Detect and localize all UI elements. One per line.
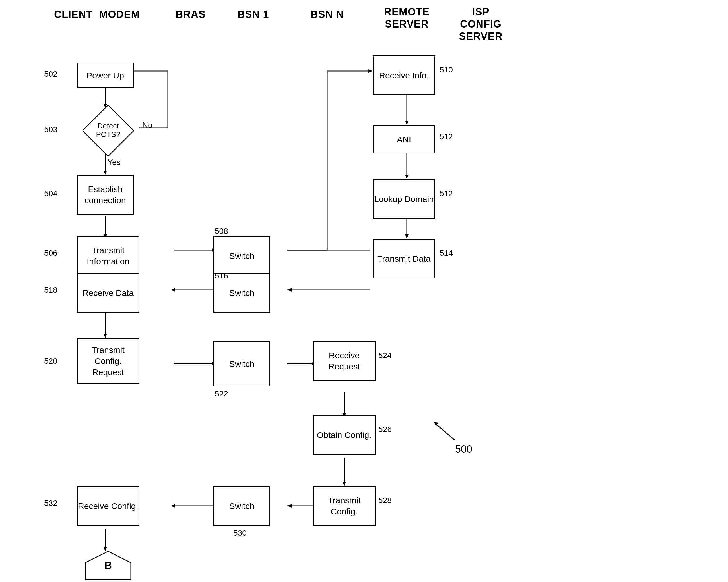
ref-514: 514 (440, 249, 453, 258)
switch-530-box: Switch (213, 486, 270, 526)
svg-marker-28 (104, 334, 107, 338)
ref-504: 504 (44, 189, 57, 198)
terminal-b: B (85, 551, 131, 582)
svg-marker-17 (405, 121, 409, 125)
obtain-config-box: Obtain Config. (313, 415, 375, 455)
svg-marker-21 (405, 234, 409, 239)
establish-connection-box: Establish connection (77, 175, 134, 215)
ref-508: 508 (215, 227, 228, 236)
svg-marker-42 (104, 547, 107, 551)
svg-marker-38 (287, 504, 292, 507)
transmit-data-box: Transmit Data (373, 239, 435, 278)
no-label: No (142, 121, 153, 130)
ref-500: 500 (455, 443, 472, 455)
power-up-box: Power Up (77, 62, 134, 88)
svg-marker-15 (368, 70, 373, 73)
svg-marker-36 (342, 482, 346, 486)
ref-502: 502 (44, 70, 57, 79)
svg-text:POTS?: POTS? (96, 130, 120, 139)
receive-data-box: Receive Data (77, 273, 139, 313)
transmit-config-box: Transmit Config. (313, 486, 375, 526)
header-modem: MODEM (80, 8, 159, 21)
ref-512a: 512 (440, 132, 453, 141)
header-remote-server: REMOTE SERVER (367, 6, 447, 30)
lookup-domain-box: Lookup Domain (373, 179, 435, 219)
ref-506: 506 (44, 249, 57, 258)
transmit-config-request-box: Transmit Config. Request (77, 338, 139, 384)
svg-marker-44 (434, 422, 438, 426)
svg-line-43 (435, 423, 455, 441)
svg-marker-40 (171, 504, 175, 507)
ref-512b: 512 (440, 189, 453, 198)
receive-info-box: Receive Info. (373, 55, 435, 95)
switch-508-box: Switch (213, 236, 270, 276)
ref-524: 524 (379, 351, 392, 360)
ref-530: 530 (233, 529, 246, 538)
receive-config-box: Receive Config. (77, 486, 139, 526)
ref-518: 518 (44, 285, 57, 295)
svg-text:B: B (104, 559, 112, 571)
detect-pots-diamond: Detect POTS? (82, 105, 134, 156)
ref-522: 522 (215, 389, 228, 398)
ref-532: 532 (44, 499, 57, 508)
svg-marker-24 (171, 288, 175, 292)
ref-520: 520 (44, 357, 57, 366)
svg-marker-7 (104, 170, 107, 175)
ref-503: 503 (44, 125, 57, 134)
ref-528: 528 (379, 496, 392, 505)
transmit-information-box: Transmit Information (77, 236, 139, 276)
svg-marker-26 (287, 288, 292, 292)
switch-522-box: Switch (213, 341, 270, 387)
receive-request-box: Receive Request (313, 341, 375, 381)
ref-526: 526 (379, 425, 392, 434)
header-bras: BRAS (162, 8, 219, 21)
header-isp-config: ISP CONFIG SERVER (452, 6, 509, 43)
ref-516: 516 (215, 271, 228, 280)
header-bsn1: BSN 1 (225, 8, 282, 21)
diagram: CLIENT MODEM BRAS BSN 1 BSN N REMOTE SER… (0, 0, 728, 582)
header-bsnN: BSN N (299, 8, 356, 21)
ani-box: ANI (373, 125, 435, 154)
svg-marker-19 (405, 175, 409, 179)
yes-label: Yes (107, 158, 121, 167)
ref-510: 510 (440, 65, 453, 75)
svg-text:Detect: Detect (97, 121, 119, 130)
